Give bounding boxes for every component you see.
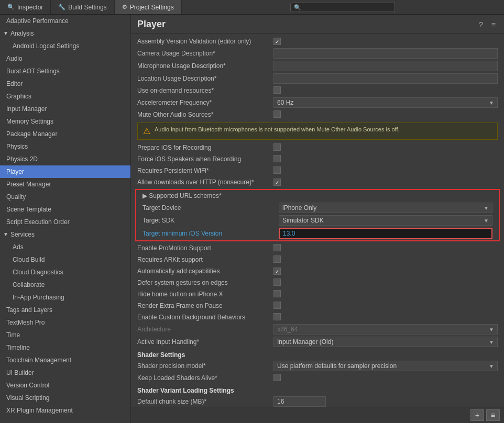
- checkbox-hide-home[interactable]: [273, 290, 281, 297]
- sidebar-item-graphics[interactable]: Graphics: [0, 90, 130, 103]
- dropdown-target-device[interactable]: iPhone Only ▼: [279, 203, 492, 213]
- label-shader-precision: Shader precision model*: [137, 362, 273, 370]
- label-promotion: Enable ProMotion Support: [137, 244, 273, 252]
- input-microphone-usage[interactable]: [273, 61, 498, 71]
- sidebar-item-version-control[interactable]: Version Control: [0, 379, 130, 392]
- dropdown-shader-precision[interactable]: Use platform defaults for sampler precis…: [273, 361, 498, 371]
- setting-target-device: Target Device iPhone Only ▼: [136, 202, 499, 214]
- label-keep-shaders: Keep Loaded Shaders Alive*: [137, 374, 273, 382]
- sidebar-item-ui-builder[interactable]: UI Builder: [0, 366, 130, 379]
- sidebar-item-collaborate[interactable]: Collaborate: [0, 279, 130, 291]
- sidebar-item-memory-settings[interactable]: Memory Settings: [0, 115, 130, 128]
- sidebar-item-audio[interactable]: Audio: [0, 52, 130, 65]
- dropdown-architecture[interactable]: x86_64 ▼: [273, 324, 498, 335]
- target-device-arrow: ▼: [484, 205, 489, 211]
- label-persistent-wifi: Requires Persistent WiFi*: [137, 167, 273, 174]
- sidebar-item-visual-scripting[interactable]: Visual Scripting: [0, 392, 130, 404]
- value-assembly-version: [273, 38, 498, 46]
- sidebar-item-textmesh[interactable]: TextMesh Pro: [0, 316, 130, 329]
- sidebar-item-scene-template[interactable]: Scene Template: [0, 203, 130, 216]
- label-on-demand: Use on-demand resources*: [137, 87, 273, 94]
- label-target-device: Target Device: [143, 204, 279, 212]
- shader-settings-header: Shader Settings: [131, 348, 504, 360]
- menu-button[interactable]: ≡: [489, 19, 498, 30]
- analysis-arrow-icon: ▼: [3, 29, 8, 38]
- sidebar-item-tags-layers[interactable]: Tags and Layers: [0, 304, 130, 316]
- value-allow-http: [273, 179, 498, 186]
- label-assembly-version: Assembly Version Validation (editor only…: [137, 38, 273, 45]
- value-active-input: Input Manager (Old) ▼: [273, 337, 498, 347]
- warning-triangle-icon: ⚠: [143, 126, 150, 136]
- checkbox-allow-http[interactable]: [273, 179, 281, 186]
- checkbox-auto-capabilities[interactable]: [273, 268, 281, 275]
- sidebar-item-xr-plugin[interactable]: XR Plugin Management: [0, 404, 130, 417]
- checkbox-assembly-version[interactable]: [273, 38, 281, 45]
- sidebar-item-cloud-diagnostics[interactable]: Cloud Diagnostics: [0, 266, 130, 279]
- dropdown-active-input[interactable]: Input Manager (Old) ▼: [273, 337, 498, 347]
- checkbox-on-demand[interactable]: [273, 86, 281, 94]
- checkbox-force-speakers[interactable]: [273, 155, 281, 162]
- sidebar-item-adaptive-performance[interactable]: Adaptive Performance: [0, 15, 130, 27]
- value-render-extra: [273, 302, 498, 310]
- sidebar-item-timeline[interactable]: Timeline: [0, 341, 130, 354]
- input-chunk-size[interactable]: [273, 396, 326, 407]
- input-camera-usage[interactable]: [273, 48, 498, 59]
- value-custom-background: [273, 313, 498, 322]
- sidebar-item-time[interactable]: Time: [0, 329, 130, 341]
- sidebar-section-analysis[interactable]: ▼Analysis: [0, 27, 130, 40]
- menu-toolbar-button[interactable]: ≡: [486, 409, 500, 421]
- sidebar-item-editor[interactable]: Editor: [0, 77, 130, 90]
- sidebar-item-physics[interactable]: Physics: [0, 140, 130, 153]
- label-mute-audio: Mute Other Audio Sources*: [137, 111, 273, 118]
- add-button[interactable]: +: [470, 409, 484, 421]
- input-location-usage[interactable]: [273, 73, 498, 84]
- input-min-ios[interactable]: [279, 228, 492, 239]
- foldout-supported-url[interactable]: ▶ Supported URL schemes*: [136, 190, 499, 202]
- label-force-speakers: Force iOS Speakers when Recording: [137, 155, 273, 163]
- checkbox-keep-shaders[interactable]: [273, 374, 281, 381]
- value-prepare-ios: [273, 143, 498, 152]
- tab-inspector[interactable]: 🔍 Inspector: [0, 0, 51, 14]
- dropdown-accelerometer[interactable]: 60 Hz ▼: [273, 97, 498, 108]
- help-button[interactable]: ?: [477, 19, 485, 30]
- value-chunk-size: [273, 396, 498, 407]
- sidebar-item-script-execution[interactable]: Script Execution Order: [0, 216, 130, 228]
- checkbox-persistent-wifi[interactable]: [273, 166, 281, 174]
- tab-project-settings[interactable]: ⚙ Project Settings: [115, 0, 182, 14]
- sidebar-item-in-app-purchasing[interactable]: In-App Purchasing: [0, 291, 130, 304]
- search-input[interactable]: [290, 3, 395, 12]
- checkbox-defer-gestures[interactable]: [273, 279, 281, 286]
- sidebar-item-cloud-build[interactable]: Cloud Build: [0, 253, 130, 266]
- sidebar-item-physics-2d[interactable]: Physics 2D: [0, 153, 130, 165]
- label-prepare-ios: Prepare iOS for Recording: [137, 144, 273, 151]
- tab-build-settings[interactable]: 🔧 Build Settings: [51, 0, 114, 14]
- setting-arkit: Requires ARKit support: [131, 254, 504, 265]
- checkbox-custom-background[interactable]: [273, 313, 281, 320]
- label-accelerometer: Accelerometer Frequency*: [137, 99, 273, 106]
- sidebar-item-toolchain[interactable]: Toolchain Management: [0, 354, 130, 366]
- checkbox-promotion[interactable]: [273, 244, 281, 251]
- checkbox-mute-audio[interactable]: [273, 110, 281, 118]
- label-render-extra: Render Extra Frame on Pause: [137, 302, 273, 309]
- checkbox-arkit[interactable]: [273, 255, 281, 263]
- checkbox-render-extra[interactable]: [273, 302, 281, 309]
- sidebar-item-burst-aot[interactable]: Burst AOT Settings: [0, 65, 130, 77]
- checkbox-prepare-ios[interactable]: [273, 143, 281, 151]
- sidebar-item-package-manager[interactable]: Package Manager: [0, 128, 130, 140]
- sidebar-item-quality[interactable]: Quality: [0, 191, 130, 203]
- sidebar-item-input-manager[interactable]: Input Manager: [0, 103, 130, 115]
- value-defer-gestures: [273, 279, 498, 287]
- value-mute-audio: [273, 110, 498, 119]
- sidebar-item-ads[interactable]: Ads: [0, 241, 130, 253]
- sidebar-item-android-logcat[interactable]: Android Logcat Settings: [0, 40, 130, 52]
- sidebar-item-player[interactable]: Player: [0, 165, 130, 178]
- value-target-device: iPhone Only ▼: [279, 203, 492, 213]
- sidebar-section-services[interactable]: ▼Services: [0, 228, 130, 241]
- dropdown-target-sdk[interactable]: Simulator SDK ▼: [279, 215, 492, 226]
- setting-accelerometer: Accelerometer Frequency* 60 Hz ▼: [131, 96, 504, 109]
- services-arrow-icon: ▼: [3, 230, 8, 239]
- setting-force-speakers: Force iOS Speakers when Recording: [131, 153, 504, 165]
- setting-persistent-wifi: Requires Persistent WiFi*: [131, 165, 504, 176]
- label-min-ios: Target minimum iOS Version: [143, 230, 279, 237]
- sidebar-item-preset-manager[interactable]: Preset Manager: [0, 178, 130, 191]
